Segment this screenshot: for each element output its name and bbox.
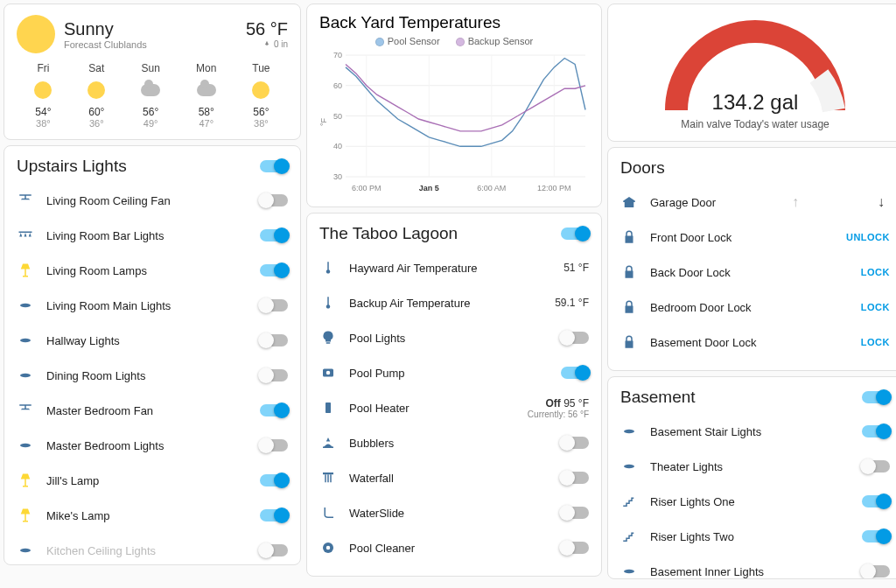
taboo-row: Bubblers	[319, 425, 589, 460]
fan-icon	[17, 402, 34, 418]
taboo-label: Pool Cleaner	[349, 542, 549, 555]
taboo-row: WaterSlide	[319, 495, 589, 530]
upstairs-label: Dining Room Lights	[46, 369, 248, 382]
upstairs-toggle[interactable]	[260, 194, 288, 206]
upstairs-row: Living Room Ceiling Fan	[17, 183, 288, 218]
upstairs-label: Living Room Lamps	[46, 264, 248, 277]
upstairs-label: Mike's Lamp	[46, 509, 248, 522]
chart-plot[interactable]: 3040506070°F6:00 PMJan 56:00 AM12:00 PM	[319, 50, 591, 194]
upstairs-toggle[interactable]	[260, 299, 288, 312]
pump-icon	[319, 365, 337, 381]
basement-label: Theater Lights	[650, 460, 850, 473]
upstairs-toggle[interactable]	[260, 404, 288, 416]
svg-point-2	[20, 374, 31, 378]
forecast-day[interactable]: Sat60°36°	[88, 62, 105, 129]
upstairs-row: Jill's Lamp	[17, 463, 288, 498]
door-label: Bedroom Door Lock	[650, 301, 849, 314]
upstairs-title: Upstairs Lights	[17, 157, 127, 176]
weather-precip: 0 in	[246, 39, 288, 49]
garage-up-button[interactable]: ↑	[787, 194, 804, 210]
upstairs-label: Jill's Lamp	[46, 474, 248, 487]
garage-down-button[interactable]: ↓	[872, 194, 890, 210]
lock-action-button[interactable]: LOCK	[861, 337, 890, 347]
taboo-toggle[interactable]	[561, 472, 589, 484]
taboo-label: Bubblers	[349, 437, 549, 450]
door-row: Basement Door LockLOCK	[620, 325, 890, 360]
basement-row: Riser Lights One	[620, 484, 890, 519]
taboo-toggle[interactable]	[561, 367, 589, 379]
slide-icon	[319, 505, 337, 521]
forecast-day[interactable]: Mon58°47°	[196, 62, 216, 129]
upstairs-toggle[interactable]	[260, 334, 288, 346]
basement-toggle[interactable]	[862, 425, 890, 438]
svg-rect-28	[325, 474, 326, 482]
upstairs-row: Dining Room Lights	[17, 358, 288, 393]
gauge-label: Main valve Today's water usage	[608, 118, 896, 130]
lock-action-button[interactable]: LOCK	[861, 267, 890, 277]
taboo-lagoon-card: The Taboo Lagoon Hayward Air Temperature…	[306, 213, 602, 577]
weather-temp: 56 °F	[246, 19, 288, 39]
taboo-label: WaterSlide	[349, 507, 549, 520]
taboo-toggle[interactable]	[561, 437, 589, 449]
forecast-day[interactable]: Fri54°38°	[34, 62, 52, 129]
taboo-row: Backup Air Temperature59.1 °F	[319, 285, 589, 320]
taboo-label: Pool Heater	[349, 402, 515, 415]
lock-action-button[interactable]: UNLOCK	[846, 232, 890, 242]
cleaner-icon	[319, 540, 337, 556]
svg-point-1	[20, 339, 31, 343]
forecast-day[interactable]: Tue56°38°	[252, 62, 270, 129]
water-gauge-card[interactable]: 134.2 gal Main valve Today's water usage	[607, 4, 896, 142]
taboo-toggle[interactable]	[561, 542, 589, 554]
upstairs-row: Living Room Main Lights	[17, 288, 288, 323]
lock-icon	[620, 229, 638, 245]
svg-point-3	[20, 444, 31, 448]
upstairs-label: Kitchen Ceiling Lights	[46, 544, 248, 557]
svg-point-34	[624, 465, 634, 469]
upstairs-toggle[interactable]	[260, 229, 288, 242]
taboo-toggle[interactable]	[561, 332, 589, 344]
legend-backup[interactable]: Backup Sensor	[456, 36, 534, 46]
lamp-icon	[17, 472, 34, 488]
upstairs-toggle[interactable]	[260, 264, 288, 276]
basement-toggle[interactable]	[862, 495, 890, 508]
taboo-master-toggle[interactable]	[561, 228, 589, 240]
upstairs-toggle[interactable]	[260, 474, 288, 486]
upstairs-master-toggle[interactable]	[260, 160, 288, 172]
svg-rect-27	[323, 472, 333, 474]
bubbler-icon	[319, 435, 337, 451]
therm-icon	[319, 260, 337, 276]
lamp-icon	[17, 262, 34, 278]
svg-point-35	[624, 570, 634, 574]
taboo-toggle[interactable]	[561, 507, 589, 519]
door-label: Garage Door	[650, 196, 774, 209]
svg-point-25	[326, 371, 331, 375]
upstairs-row: Master Bedroom Fan	[17, 393, 288, 428]
upstairs-row: Master Bedroom Lights	[17, 428, 288, 463]
basement-toggle[interactable]	[862, 530, 890, 542]
basement-row: Basement Inner Lights	[620, 554, 890, 579]
door-row: Garage Door↑↓	[620, 185, 890, 220]
upstairs-toggle[interactable]	[260, 369, 288, 382]
svg-point-0	[20, 304, 31, 308]
gauge-value: 134.2 gal	[659, 90, 851, 115]
upstairs-label: Living Room Ceiling Fan	[46, 194, 248, 207]
legend-pool[interactable]: Pool Sensor	[375, 36, 440, 46]
svg-text:6:00 AM: 6:00 AM	[477, 184, 506, 192]
light-icon	[17, 438, 34, 453]
upstairs-row: Kitchen Ceiling Lights	[17, 533, 288, 565]
basement-toggle[interactable]	[862, 460, 890, 472]
svg-text:50: 50	[333, 112, 342, 121]
taboo-row: Hayward Air Temperature51 °F	[319, 250, 589, 285]
chart-title: Back Yard Temperatures	[319, 13, 589, 32]
upstairs-toggle[interactable]	[260, 439, 288, 452]
svg-rect-30	[330, 474, 332, 482]
forecast-day[interactable]: Sun56°49°	[141, 62, 160, 129]
upstairs-toggle[interactable]	[260, 544, 288, 556]
door-label: Front Door Lock	[650, 231, 834, 244]
basement-toggle[interactable]	[862, 565, 890, 578]
lock-action-button[interactable]: LOCK	[861, 302, 890, 312]
taboo-label: Hayward Air Temperature	[349, 262, 551, 275]
basement-master-toggle[interactable]	[862, 391, 890, 403]
upstairs-toggle[interactable]	[260, 509, 288, 522]
doors-card: Doors Garage Door↑↓Front Door LockUNLOCK…	[607, 147, 896, 371]
